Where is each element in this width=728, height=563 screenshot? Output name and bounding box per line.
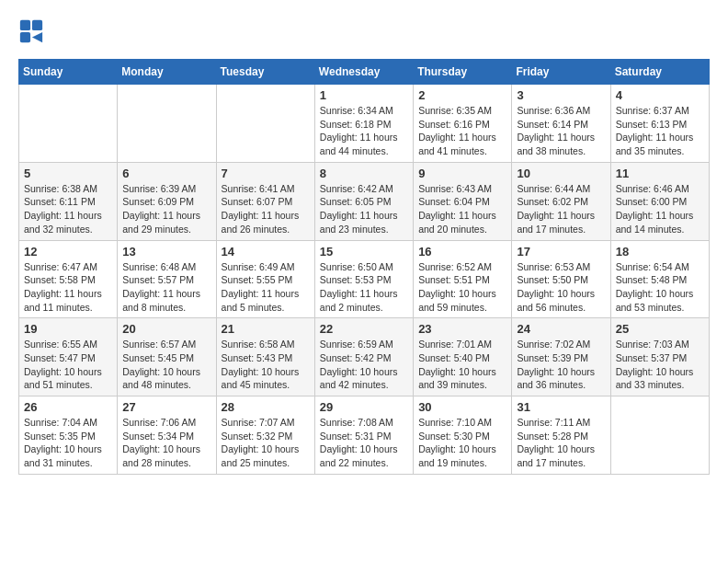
calendar-cell: 26Sunrise: 7:04 AM Sunset: 5:35 PM Dayli…: [19, 396, 118, 475]
calendar-cell: 15Sunrise: 6:50 AM Sunset: 5:53 PM Dayli…: [314, 240, 413, 318]
day-number: 5: [24, 167, 112, 180]
weekday-header: Tuesday: [216, 60, 314, 85]
day-number: 15: [320, 245, 408, 259]
calendar-cell: 7Sunrise: 6:41 AM Sunset: 6:07 PM Daylig…: [216, 162, 314, 240]
calendar-cell: 6Sunrise: 6:39 AM Sunset: 6:09 PM Daylig…: [118, 162, 216, 240]
day-info: Sunrise: 6:43 AM Sunset: 6:04 PM Dayligh…: [418, 182, 506, 236]
day-info: Sunrise: 6:42 AM Sunset: 6:05 PM Dayligh…: [320, 182, 408, 236]
calendar-cell: 11Sunrise: 6:46 AM Sunset: 6:00 PM Dayli…: [610, 162, 709, 240]
calendar-cell: 28Sunrise: 7:07 AM Sunset: 5:32 PM Dayli…: [216, 396, 314, 475]
day-number: 21: [222, 322, 310, 336]
calendar-cell: 30Sunrise: 7:10 AM Sunset: 5:30 PM Dayli…: [414, 396, 512, 475]
calendar-cell: 20Sunrise: 6:57 AM Sunset: 5:45 PM Dayli…: [118, 318, 216, 396]
calendar-cell: 10Sunrise: 6:44 AM Sunset: 6:02 PM Dayli…: [512, 162, 610, 240]
calendar-cell: 25Sunrise: 7:03 AM Sunset: 5:37 PM Dayli…: [610, 318, 709, 396]
day-number: 26: [24, 400, 112, 414]
calendar-cell: 1Sunrise: 6:34 AM Sunset: 6:18 PM Daylig…: [314, 85, 413, 163]
day-number: 29: [320, 400, 408, 414]
day-info: Sunrise: 6:35 AM Sunset: 6:16 PM Dayligh…: [418, 104, 506, 158]
day-number: 16: [418, 245, 506, 259]
calendar-cell: [118, 85, 216, 163]
calendar-cell: 13Sunrise: 6:48 AM Sunset: 5:57 PM Dayli…: [118, 240, 216, 318]
calendar-cell: 4Sunrise: 6:37 AM Sunset: 6:13 PM Daylig…: [610, 85, 709, 163]
calendar-week: 12Sunrise: 6:47 AM Sunset: 5:58 PM Dayli…: [19, 240, 710, 318]
day-number: 28: [222, 400, 310, 414]
day-info: Sunrise: 6:48 AM Sunset: 5:57 PM Dayligh…: [122, 260, 210, 315]
day-number: 6: [122, 167, 210, 180]
day-number: 27: [122, 400, 210, 414]
day-info: Sunrise: 7:11 AM Sunset: 5:28 PM Dayligh…: [517, 416, 605, 470]
day-number: 9: [418, 167, 506, 180]
weekday-header: Friday: [512, 60, 610, 85]
day-info: Sunrise: 6:41 AM Sunset: 6:07 PM Dayligh…: [222, 182, 310, 236]
day-number: 23: [418, 322, 506, 336]
calendar-cell: [216, 85, 314, 163]
day-number: 20: [122, 322, 210, 336]
day-info: Sunrise: 6:54 AM Sunset: 5:48 PM Dayligh…: [616, 260, 704, 315]
day-info: Sunrise: 6:46 AM Sunset: 6:00 PM Dayligh…: [616, 182, 704, 236]
day-number: 1: [320, 88, 408, 102]
calendar-cell: 24Sunrise: 7:02 AM Sunset: 5:39 PM Dayli…: [512, 318, 610, 396]
calendar-header: SundayMondayTuesdayWednesdayThursdayFrid…: [19, 60, 710, 85]
day-info: Sunrise: 7:10 AM Sunset: 5:30 PM Dayligh…: [418, 416, 506, 470]
calendar-week: 5Sunrise: 6:38 AM Sunset: 6:11 PM Daylig…: [19, 162, 710, 240]
weekday-header: Sunday: [19, 60, 118, 85]
day-number: 14: [222, 245, 310, 259]
day-number: 19: [24, 322, 112, 336]
day-number: 18: [616, 245, 704, 259]
calendar-cell: [610, 396, 709, 475]
day-info: Sunrise: 7:01 AM Sunset: 5:40 PM Dayligh…: [418, 338, 506, 392]
day-info: Sunrise: 7:02 AM Sunset: 5:39 PM Dayligh…: [517, 338, 605, 392]
calendar-week: 26Sunrise: 7:04 AM Sunset: 5:35 PM Dayli…: [19, 396, 710, 475]
calendar-cell: 12Sunrise: 6:47 AM Sunset: 5:58 PM Dayli…: [19, 240, 118, 318]
calendar-cell: 2Sunrise: 6:35 AM Sunset: 6:16 PM Daylig…: [414, 85, 512, 163]
weekday-header: Saturday: [610, 60, 709, 85]
day-info: Sunrise: 6:44 AM Sunset: 6:02 PM Dayligh…: [517, 182, 605, 236]
calendar-week: 1Sunrise: 6:34 AM Sunset: 6:18 PM Daylig…: [19, 85, 710, 163]
day-number: 10: [517, 167, 605, 180]
calendar-cell: 19Sunrise: 6:55 AM Sunset: 5:47 PM Dayli…: [19, 318, 118, 396]
day-info: Sunrise: 7:06 AM Sunset: 5:34 PM Dayligh…: [122, 416, 210, 470]
calendar-cell: 5Sunrise: 6:38 AM Sunset: 6:11 PM Daylig…: [19, 162, 118, 240]
calendar-cell: 17Sunrise: 6:53 AM Sunset: 5:50 PM Dayli…: [512, 240, 610, 318]
day-number: 30: [418, 400, 506, 414]
svg-rect-1: [32, 20, 42, 30]
day-number: 31: [517, 400, 605, 414]
page-header: [18, 18, 710, 44]
weekday-header: Wednesday: [314, 60, 413, 85]
day-number: 22: [320, 322, 408, 336]
calendar-cell: 21Sunrise: 6:58 AM Sunset: 5:43 PM Dayli…: [216, 318, 314, 396]
day-info: Sunrise: 7:07 AM Sunset: 5:32 PM Dayligh…: [222, 416, 310, 470]
day-number: 17: [517, 245, 605, 259]
day-info: Sunrise: 6:57 AM Sunset: 5:45 PM Dayligh…: [122, 338, 210, 392]
day-info: Sunrise: 6:37 AM Sunset: 6:13 PM Dayligh…: [616, 104, 704, 158]
day-info: Sunrise: 7:08 AM Sunset: 5:31 PM Dayligh…: [320, 416, 408, 470]
day-info: Sunrise: 6:58 AM Sunset: 5:43 PM Dayligh…: [222, 338, 310, 392]
calendar-body: 1Sunrise: 6:34 AM Sunset: 6:18 PM Daylig…: [19, 85, 710, 475]
calendar-cell: [19, 85, 118, 163]
day-number: 25: [616, 322, 704, 336]
calendar-cell: 18Sunrise: 6:54 AM Sunset: 5:48 PM Dayli…: [610, 240, 709, 318]
calendar-cell: 14Sunrise: 6:49 AM Sunset: 5:55 PM Dayli…: [216, 240, 314, 318]
calendar-cell: 8Sunrise: 6:42 AM Sunset: 6:05 PM Daylig…: [314, 162, 413, 240]
day-info: Sunrise: 6:49 AM Sunset: 5:55 PM Dayligh…: [222, 260, 310, 315]
day-info: Sunrise: 6:36 AM Sunset: 6:14 PM Dayligh…: [517, 104, 605, 158]
day-info: Sunrise: 6:50 AM Sunset: 5:53 PM Dayligh…: [320, 260, 408, 315]
weekday-header: Monday: [118, 60, 216, 85]
day-number: 3: [517, 88, 605, 102]
day-info: Sunrise: 6:38 AM Sunset: 6:11 PM Dayligh…: [24, 182, 112, 236]
day-number: 24: [517, 322, 605, 336]
day-number: 4: [616, 88, 704, 102]
calendar-cell: 23Sunrise: 7:01 AM Sunset: 5:40 PM Dayli…: [414, 318, 512, 396]
calendar-cell: 29Sunrise: 7:08 AM Sunset: 5:31 PM Dayli…: [314, 396, 413, 475]
calendar-table: SundayMondayTuesdayWednesdayThursdayFrid…: [18, 59, 710, 475]
svg-rect-2: [20, 32, 30, 42]
header-row: SundayMondayTuesdayWednesdayThursdayFrid…: [19, 60, 710, 85]
calendar-week: 19Sunrise: 6:55 AM Sunset: 5:47 PM Dayli…: [19, 318, 710, 396]
calendar-cell: 3Sunrise: 6:36 AM Sunset: 6:14 PM Daylig…: [512, 85, 610, 163]
svg-rect-0: [20, 20, 30, 30]
calendar-cell: 31Sunrise: 7:11 AM Sunset: 5:28 PM Dayli…: [512, 396, 610, 475]
calendar-cell: 16Sunrise: 6:52 AM Sunset: 5:51 PM Dayli…: [414, 240, 512, 318]
svg-marker-3: [32, 32, 42, 42]
calendar-cell: 22Sunrise: 6:59 AM Sunset: 5:42 PM Dayli…: [314, 318, 413, 396]
